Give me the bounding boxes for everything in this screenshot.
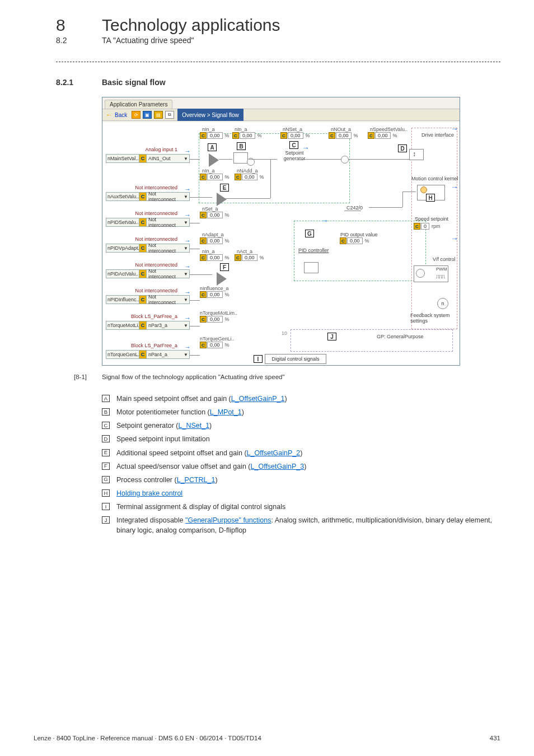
val-pidout: C0,00% xyxy=(340,237,369,244)
label-ten: 10 xyxy=(282,330,287,336)
port-row-1[interactable]: nMainSetVal.. C AIN1_Out▼ xyxy=(106,154,190,163)
var-nact-a: nAct_a xyxy=(237,249,252,254)
port-name-1: nMainSetVal.. xyxy=(106,156,139,161)
port-c-icon: C xyxy=(139,351,147,358)
legend-text-C: Setpoint generator (L_NSet_1) xyxy=(116,421,500,431)
page-footer: Lenze · 8400 TopLine · Reference manual … xyxy=(34,735,500,741)
port-row-5[interactable]: nPIDActValu.. C Not interconnect▼ xyxy=(106,269,190,278)
link-holding-brake[interactable]: Holding brake control xyxy=(116,489,182,497)
val-5: C0,00% xyxy=(368,132,397,139)
var-ntorquemot: nTorqueMotLim.. xyxy=(200,310,237,316)
link-l-offsetgainp-3[interactable]: L_OffsetGainP_3 xyxy=(251,463,305,470)
port-torque-gen: Block LS_ParFree_a → nTorqueGenL.. C nPa… xyxy=(106,343,190,359)
wire xyxy=(190,249,200,249)
port-c-icon: C xyxy=(139,155,147,162)
var-ntorquegen: nTorqueGenLi.. xyxy=(200,336,235,342)
link-l-pctrl-1[interactable]: L_PCTRL_1 xyxy=(177,476,216,484)
legend-text-H: Holding brake control xyxy=(116,488,500,498)
port-name-2: nAuxSetValu.. xyxy=(106,194,139,199)
label-pid-output: PID output value xyxy=(340,232,378,237)
label-C: C xyxy=(289,141,298,149)
port-row-7[interactable]: nTorqueMotLi.. C nPar3_a▼ xyxy=(106,321,190,330)
val-10: C0,00% xyxy=(200,254,229,261)
back-label: Back xyxy=(115,112,127,118)
val-4: C0,00% xyxy=(329,132,358,139)
legend-text-B: Motor potentiometer function (L_MPot_1) xyxy=(116,407,500,417)
val-7: C0,00% xyxy=(235,174,264,180)
port-name-6: nPIDInfluenc.. xyxy=(106,297,139,302)
caption-text: Signal flow of the technology applicatio… xyxy=(102,374,285,380)
port-row-6[interactable]: nPIDInfluenc.. C Not interconnect▼ xyxy=(106,295,190,304)
port-c-icon: C xyxy=(139,321,147,329)
port-c-icon: C xyxy=(139,193,147,200)
link-l-mpot-1[interactable]: L_MPot_1 xyxy=(210,408,242,416)
port-name-7: nTorqueMotLi.. xyxy=(106,323,139,328)
port-select-5[interactable]: Not interconnect▼ xyxy=(147,268,189,279)
tab-application-parameters[interactable]: Application Parameters xyxy=(105,100,172,109)
port-arrow-icon: → xyxy=(184,211,191,219)
arrow-C: → xyxy=(302,143,310,152)
port-arrow-icon: → xyxy=(184,185,191,193)
label-E: E xyxy=(220,184,229,192)
val-11: C0,00% xyxy=(235,254,264,261)
port-c-icon: C xyxy=(139,296,147,304)
toolbar-icon-2[interactable]: ▣ xyxy=(143,111,152,119)
wire xyxy=(190,197,212,198)
port-arrow-icon: → xyxy=(184,237,191,245)
chapter-number: 8 xyxy=(56,16,102,35)
link-l-nset-1[interactable]: L_NSet_1 xyxy=(179,422,210,430)
port-select-3[interactable]: Not interconnect▼ xyxy=(147,217,189,228)
label-H: H xyxy=(426,194,435,202)
subsection-number: 8.2 xyxy=(56,36,102,45)
port-select-1[interactable]: AIN1_Out▼ xyxy=(147,156,189,161)
port-pid-influenc: Not interconnected → nPIDInfluenc.. C No… xyxy=(106,288,190,304)
wire xyxy=(190,355,200,356)
legend-key-F: F xyxy=(102,463,110,470)
toolbar-icon-3[interactable]: ▤ xyxy=(154,111,163,119)
port-row-8[interactable]: nTorqueGenL.. C nPar4_a▼ xyxy=(106,350,190,359)
digital-signals-box[interactable]: Digital control signals xyxy=(265,354,326,364)
link-generalpurpose[interactable]: "GeneralPurpose" functions xyxy=(185,516,271,524)
port-name-5: nPIDActValu.. xyxy=(106,271,139,277)
label-A: A xyxy=(208,143,217,151)
var-nin-a-3: nIn_a xyxy=(202,168,215,174)
motor-icon: n xyxy=(437,298,448,309)
arrow-speed[interactable]: → xyxy=(451,234,458,243)
legend-key-J: J xyxy=(102,516,110,524)
port-row-2[interactable]: nAuxSetValu.. C Not interconnect▼ xyxy=(106,192,190,201)
c242-line xyxy=(344,211,361,213)
port-select-2[interactable]: Not interconnect▼ xyxy=(147,191,189,202)
region-gp xyxy=(291,329,453,352)
label-gp: GP: GeneralPurpose xyxy=(377,334,424,339)
port-pid-setval: Not interconnected → nPIDSetValu.. C Not… xyxy=(106,211,190,227)
legend-key-D: D xyxy=(102,435,110,442)
pwm-wave-icon: ⎍⎍⎍ xyxy=(436,273,444,279)
port-row-4[interactable]: nPIDVpAdapt.. C Not interconnect▼ xyxy=(106,244,190,253)
section-title: Basic signal flow xyxy=(102,78,166,87)
label-vf: V/f control xyxy=(433,256,456,262)
var-nadapt-a: nAdapt_a xyxy=(202,232,224,237)
port-c-icon: C xyxy=(139,218,147,226)
link-l-offsetgainp-2[interactable]: L_OffsetGainP_2 xyxy=(247,449,301,457)
label-I: I xyxy=(254,355,263,363)
link-l-offsetgainp-1[interactable]: L_OffsetGainP_1 xyxy=(231,395,285,403)
label-J: J xyxy=(327,333,336,340)
port-select-8[interactable]: nPar4_a▼ xyxy=(147,352,189,357)
port-select-6[interactable]: Not interconnect▼ xyxy=(147,294,189,305)
port-select-4[interactable]: Not interconnect▼ xyxy=(147,242,189,254)
var-nin-a-1: nIn_a xyxy=(202,127,215,132)
port-row-3[interactable]: nPIDSetValu.. C Not interconnect▼ xyxy=(106,218,190,227)
caret-down-icon: ▼ xyxy=(184,220,188,225)
arrow-H[interactable]: → xyxy=(451,183,458,192)
block-E-shape xyxy=(218,194,227,205)
label-B: B xyxy=(237,142,246,150)
toolbar-icon-4[interactable]: ⧉ xyxy=(165,111,174,119)
back-button[interactable]: ← Back xyxy=(102,111,130,119)
port-select-7[interactable]: nPar3_a▼ xyxy=(147,323,189,328)
legend-text-D: Speed setpoint input limitation xyxy=(116,434,500,444)
val-9: C0,00% xyxy=(200,237,229,244)
arrow-drive-top[interactable]: → xyxy=(451,124,458,133)
figure-toolbar: ← Back ⟳ ▣ ▤ ⧉ Overview > Signal flow xyxy=(102,109,460,121)
toolbar-icon-1[interactable]: ⟳ xyxy=(132,111,140,119)
port-pid-vpadapt: Not interconnected → nPIDVpAdapt.. C Not… xyxy=(106,236,190,253)
